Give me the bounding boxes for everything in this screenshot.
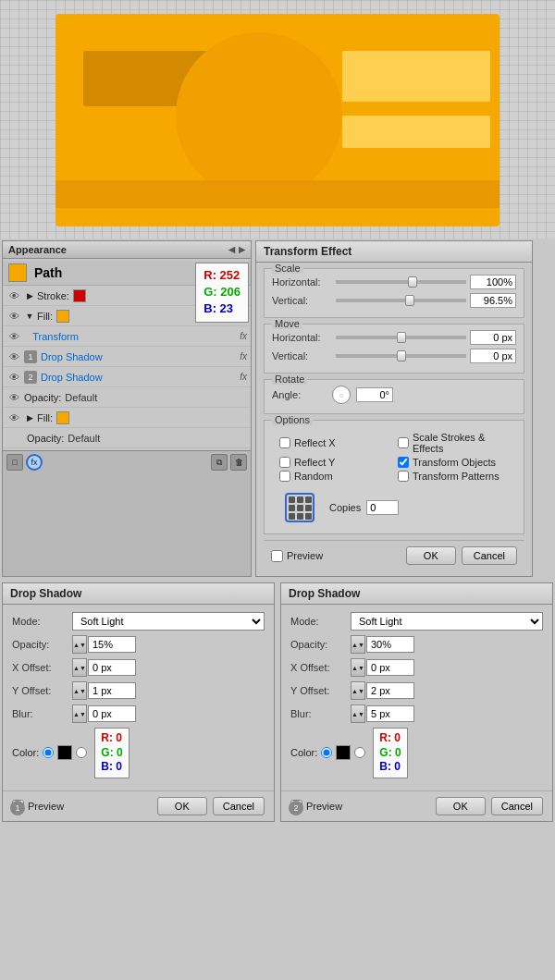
scale-h-thumb[interactable] [408, 276, 417, 288]
ds1-xoffset-input[interactable] [88, 659, 136, 676]
ds1-ok-button[interactable]: OK [157, 797, 207, 815]
tg-dot-3[interactable] [305, 496, 312, 503]
ds2-blur-spinner[interactable]: ▲▼ [351, 704, 365, 723]
tg-dot-2[interactable] [297, 496, 303, 503]
transform-objects-checkbox[interactable] [398, 457, 409, 468]
ds2-color-radio-white[interactable] [354, 747, 365, 758]
ds2-yoffset-spinner[interactable]: ▲▼ [351, 681, 365, 700]
ds2-xoffset-spinner[interactable]: ▲▼ [351, 658, 365, 677]
ds2-color-swatch[interactable] [336, 745, 351, 760]
ds1-yoffset-spinner[interactable]: ▲▼ [72, 681, 87, 700]
ds2-number-badge: 2 [289, 801, 303, 815]
duplicate-icon[interactable]: ⧉ [211, 454, 228, 471]
fill-swatch[interactable] [56, 310, 69, 323]
angle-input[interactable] [356, 387, 393, 402]
scale-v-thumb[interactable] [405, 295, 414, 306]
fill-color-swatch[interactable] [8, 263, 27, 282]
eye-icon-transform[interactable]: 👁 [6, 329, 21, 344]
move-v-thumb[interactable] [397, 350, 406, 361]
fill2-swatch[interactable] [56, 411, 69, 424]
move-h-label: Horizontal: [272, 332, 332, 343]
tg-dot-5[interactable] [297, 505, 303, 511]
eye-icon-ds2[interactable]: 👁 [6, 370, 21, 385]
drop-shadow-1-label[interactable]: Drop Shadow [41, 351, 240, 362]
copies-input[interactable] [366, 500, 399, 515]
ds2-yoffset-input[interactable] [366, 682, 414, 699]
reflect-x-checkbox[interactable] [279, 437, 290, 448]
delete-icon[interactable]: 🗑 [230, 454, 247, 471]
scale-strokes-checkbox[interactable] [398, 437, 409, 448]
options-label: Options [272, 414, 313, 425]
eye-icon-fill2[interactable]: 👁 [6, 410, 21, 425]
ds1-opacity-input[interactable] [88, 636, 136, 653]
reflect-y-row: Reflect Y [279, 457, 390, 468]
transform-label[interactable]: Transform [32, 331, 240, 342]
cancel-button[interactable]: Cancel [462, 546, 517, 565]
fill-label: Fill: [37, 311, 53, 322]
ds2-color-radio-black[interactable] [321, 747, 332, 758]
tg-dot-9[interactable] [305, 513, 312, 520]
transform-origin-grid[interactable] [285, 493, 314, 522]
scale-v-input[interactable] [470, 293, 516, 308]
new-layer-icon[interactable]: □ [6, 454, 23, 471]
expand-stroke[interactable]: ▶ [24, 290, 35, 301]
stroke-swatch[interactable] [73, 289, 86, 302]
ds2-blur-input[interactable] [366, 705, 414, 722]
eye-icon-stroke[interactable]: 👁 [6, 288, 21, 303]
ok-button[interactable]: OK [406, 546, 456, 565]
eye-icon-opacity1[interactable]: 👁 [6, 390, 21, 405]
scale-h-input[interactable] [470, 275, 516, 289]
random-checkbox[interactable] [279, 471, 290, 482]
ds2-xoffset-input[interactable] [366, 659, 414, 676]
eye-icon-ds1[interactable]: 👁 [6, 349, 21, 364]
fx-icon[interactable]: fx [26, 454, 43, 471]
ds1-cancel-button[interactable]: Cancel [213, 797, 265, 815]
move-v-track[interactable] [336, 354, 466, 358]
tg-dot-4[interactable] [289, 505, 295, 511]
expand-fill2[interactable]: ▶ [24, 412, 35, 423]
ds1-yoffset-input[interactable] [88, 682, 136, 699]
ds1-mode-select[interactable]: Soft Light [72, 612, 265, 631]
ds1-opacity-spinner[interactable]: ▲▼ [72, 635, 87, 654]
eye-icon-fill[interactable]: 👁 [6, 309, 21, 324]
ds1-color-swatch[interactable] [57, 745, 72, 760]
ds1-color-radio-white[interactable] [76, 747, 87, 758]
tg-dot-6[interactable] [305, 505, 312, 511]
drop-shadow-2-label[interactable]: Drop Shadow [41, 372, 240, 383]
ds2-ok-button[interactable]: OK [436, 797, 486, 815]
transform-patterns-checkbox[interactable] [398, 471, 409, 482]
collapse-icon[interactable]: ◀ [228, 245, 235, 254]
move-h-input[interactable] [470, 330, 516, 345]
right-rect-top [342, 51, 490, 102]
angle-dial[interactable]: ○ [332, 386, 351, 404]
move-v-input[interactable] [470, 349, 516, 363]
ds2-mode-select[interactable]: Soft Light [351, 612, 543, 631]
tg-dot-7[interactable] [289, 513, 295, 520]
appearance-panel: Appearance ◀ ▶ Path R: 252 G: 206 B: 23 … [2, 240, 252, 577]
ds1-mode-label: Mode: [12, 616, 72, 627]
expand-icon[interactable]: ▶ [239, 245, 245, 254]
ds1-blur-input[interactable] [88, 705, 136, 722]
scale-v-track[interactable] [336, 299, 466, 302]
ds1-blur-spinner[interactable]: ▲▼ [72, 704, 87, 723]
ds2-cancel-button[interactable]: Cancel [491, 797, 543, 815]
reflect-x-label: Reflect X [294, 437, 336, 448]
drop-shadow-panel-2: Drop Shadow Mode: Soft Light Opacity: ▲▼… [280, 582, 553, 822]
tg-dot-1[interactable] [289, 496, 295, 503]
ds1-color-radio-black[interactable] [43, 747, 54, 758]
reflect-x-row: Reflect X [279, 432, 390, 454]
scale-strokes-label: Scale Strokes & Effects [413, 432, 509, 454]
ds2-opacity-input[interactable] [366, 636, 414, 653]
expand-fill[interactable]: ▼ [24, 311, 35, 322]
move-h-thumb[interactable] [397, 332, 406, 343]
scale-h-track[interactable] [336, 280, 466, 284]
ds2-xoffset-label: X Offset: [290, 662, 351, 673]
tg-dot-8[interactable] [297, 513, 303, 520]
preview-checkbox[interactable] [271, 550, 283, 562]
move-h-track[interactable] [336, 336, 466, 339]
ds2-mode-label: Mode: [290, 616, 351, 627]
appearance-title: Appearance [8, 244, 67, 255]
reflect-y-checkbox[interactable] [279, 457, 290, 468]
ds2-opacity-spinner[interactable]: ▲▼ [351, 635, 365, 654]
ds1-xoffset-spinner[interactable]: ▲▼ [72, 658, 87, 677]
